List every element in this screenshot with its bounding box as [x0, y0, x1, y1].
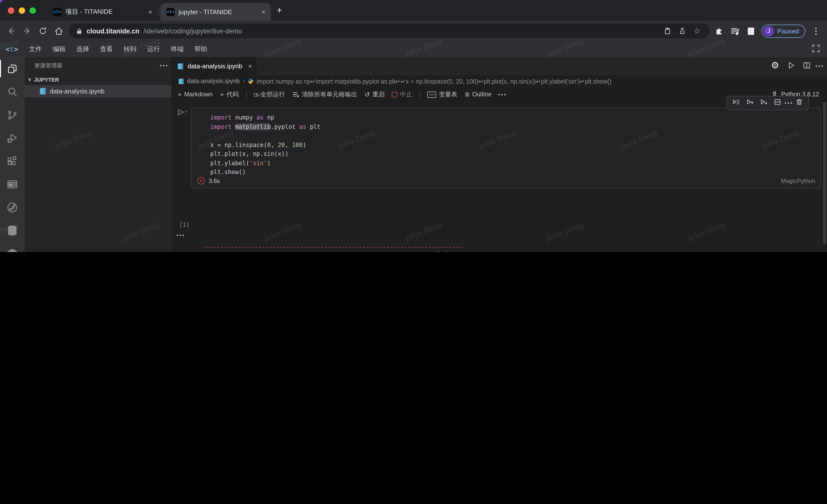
sidebar-title: 资源管理器 — [35, 62, 62, 69]
layers-stack-icon[interactable] — [0, 242, 25, 252]
variables-button[interactable]: (x)变量表 — [428, 90, 457, 99]
stop-square-icon — [392, 92, 397, 97]
live-preview-icon[interactable] — [0, 173, 25, 196]
forward-icon[interactable] — [22, 25, 33, 37]
close-tab-icon[interactable]: × — [147, 8, 154, 15]
titanide-favicon: <t> — [53, 8, 61, 16]
add-markdown-button[interactable]: +Markdown — [178, 91, 213, 98]
sync-status: Paused — [777, 27, 799, 35]
source-control-icon[interactable] — [0, 103, 25, 126]
home-icon[interactable] — [53, 25, 64, 37]
browser-menu-kebab-icon[interactable] — [810, 25, 821, 37]
code-line-2: import matplotlib.pyplot as plt — [210, 122, 816, 131]
editor-more-actions-icon[interactable] — [819, 65, 820, 67]
split-cell-icon[interactable] — [774, 98, 781, 108]
cell-code[interactable]: import numpy as npimport matplotlib.pypl… — [210, 113, 816, 177]
profile-chip[interactable]: J Paused — [762, 24, 805, 38]
breadcrumb-file[interactable]: data-analysis.ipynb — [187, 78, 240, 85]
new-tab-button[interactable]: + — [277, 5, 282, 16]
menu-item-查看[interactable]: 查看 — [95, 45, 118, 54]
menu-item-运行[interactable]: 运行 — [142, 45, 165, 54]
close-window-button[interactable] — [8, 7, 14, 14]
extensions-icon[interactable] — [0, 150, 25, 173]
share-icon[interactable] — [677, 25, 688, 37]
interrupt-button[interactable]: 中止 — [392, 90, 412, 99]
vscode-menubar: <t> 文件编辑选择查看转到运行终端帮助 — [0, 41, 827, 57]
menu-item-选择[interactable]: 选择 — [71, 45, 95, 54]
sidebar-more-actions-icon[interactable] — [163, 65, 164, 66]
notebook-settings-gear-icon[interactable] — [771, 61, 779, 71]
editor-tabbar: data-analysis.ipynb × — [171, 57, 827, 75]
menu-item-终端[interactable]: 终端 — [165, 45, 189, 54]
run-all-button[interactable]: ▷▷ 全部运行 — [254, 90, 285, 99]
address-bar[interactable]: cloud.titanide.cn /ide/web/coding/jupyte… — [69, 23, 709, 38]
sidebar-header: 资源管理器 — [25, 57, 171, 74]
zoom-window-button[interactable] — [30, 7, 36, 14]
editor-tab-notebook[interactable]: data-analysis.ipynb × — [171, 57, 257, 75]
code-line-1: import numpy as np — [210, 113, 816, 122]
chevron-right-icon: › — [243, 78, 245, 85]
svn-circle-icon[interactable] — [0, 196, 25, 219]
editor-actions — [771, 57, 827, 75]
sidebar-section-jupyter[interactable]: ∨ JUPYTER — [25, 74, 171, 85]
add-code-button[interactable]: +代码 — [220, 90, 239, 99]
close-tab-icon[interactable]: × — [260, 8, 267, 15]
execution-duration: 3.6s — [209, 177, 220, 184]
file-name: data-analysis.ipynb — [50, 88, 105, 95]
notebook-body: ▷ ∨ [1] import numpy as npimport matplot… — [171, 102, 827, 252]
tab-divider — [158, 7, 159, 16]
menu-item-文件[interactable]: 文件 — [23, 45, 47, 54]
bookmark-star-icon[interactable]: ☆ — [692, 25, 702, 37]
error-circle-icon: ✕ — [197, 177, 205, 184]
menu-item-帮助[interactable]: 帮助 — [189, 45, 213, 54]
double-play-icon: ▷▷ — [254, 91, 258, 98]
database-icon[interactable] — [0, 219, 25, 242]
screen: <t> 项目 - TITANIDE × <t> jupyter - TITANI… — [0, 0, 827, 252]
execute-below-icon[interactable] — [760, 98, 768, 108]
python-icon — [248, 78, 253, 84]
breadcrumb-cell-code[interactable]: import numpy as np↵import matplotlib.pyp… — [256, 77, 612, 85]
chevron-down-icon: ∨ — [28, 77, 32, 82]
extensions-puzzle-icon[interactable] — [714, 25, 725, 37]
close-editor-tab-icon[interactable]: × — [248, 62, 252, 70]
code-cell[interactable]: import numpy as npimport matplotlib.pypl… — [191, 108, 821, 188]
cell-more-actions-icon[interactable] — [788, 102, 789, 104]
media-playlist-icon[interactable] — [730, 25, 741, 37]
output-line-1: ----------------------------------------… — [203, 243, 817, 250]
fullscreen-icon[interactable] — [812, 44, 820, 54]
restart-button[interactable]: ↺重启 — [364, 90, 385, 99]
run-debug-icon[interactable] — [0, 126, 25, 150]
language-mode[interactable]: MagicPython — [781, 177, 815, 184]
outline-button[interactable]: ≣Outline — [465, 91, 491, 98]
execute-above-icon[interactable] — [746, 98, 753, 108]
breadcrumb[interactable]: data-analysis.ipynb › import numpy as np… — [171, 75, 827, 87]
back-icon[interactable] — [6, 25, 17, 37]
sidebar-item-notebook[interactable]: data-analysis.ipynb — [25, 85, 171, 97]
plus-icon: + — [178, 91, 182, 98]
output-more-actions-icon[interactable] — [180, 234, 181, 236]
execute-by-line-icon[interactable] — [732, 98, 740, 108]
explorer-icon[interactable] — [0, 57, 25, 80]
browser-tab-project[interactable]: <t> 项目 - TITANIDE × — [47, 3, 157, 21]
run-all-play-icon[interactable] — [787, 61, 795, 71]
clipboard-icon[interactable] — [662, 25, 673, 37]
menu-item-编辑[interactable]: 编辑 — [47, 45, 71, 54]
delete-cell-trash-icon[interactable] — [795, 98, 803, 108]
editor-scrollbar[interactable] — [823, 102, 826, 244]
browser-tab-jupyter[interactable]: <t> jupyter - TITANIDE × — [160, 3, 271, 21]
split-editor-icon[interactable] — [803, 61, 811, 71]
url-domain: cloud.titanide.cn — [87, 27, 140, 35]
run-cell-button[interactable]: ▷ ∨ — [178, 107, 188, 116]
minimize-window-button[interactable] — [19, 7, 25, 14]
side-panel-icon[interactable] — [746, 25, 757, 37]
reload-icon[interactable] — [37, 25, 48, 37]
window-controls — [8, 7, 36, 14]
section-label: JUPYTER — [34, 76, 59, 82]
cell-toolbar — [727, 96, 809, 110]
menu-item-转到[interactable]: 转到 — [118, 45, 142, 54]
toolbar-more-icon[interactable] — [501, 94, 502, 95]
clear-outputs-button[interactable]: 清除所有单元格输出 — [292, 90, 357, 99]
search-icon[interactable] — [0, 80, 25, 103]
menubar-items: 文件编辑选择查看转到运行终端帮助 — [23, 45, 213, 54]
notebook-file-icon — [39, 88, 46, 95]
